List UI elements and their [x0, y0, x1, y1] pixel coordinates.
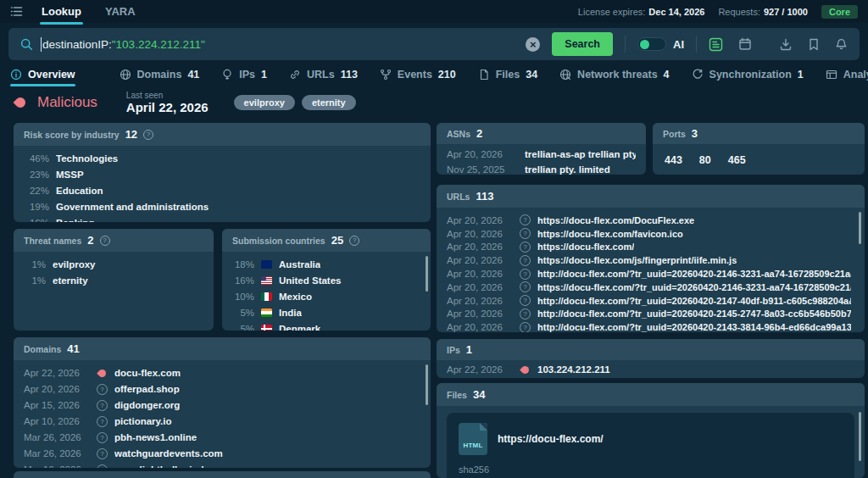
port-value[interactable]: 465	[728, 154, 746, 166]
country-row[interactable]: 16% United States	[232, 274, 420, 287]
country-flag-icon	[261, 260, 272, 269]
panel-header: ASNs 2	[437, 123, 646, 144]
query-key[interactable]: destinationIP:	[42, 38, 112, 51]
port-value[interactable]: 80	[699, 154, 711, 166]
country-row[interactable]: 5% Denmark	[232, 322, 420, 331]
globe-icon	[120, 69, 131, 81]
tab-label: URLs	[307, 69, 335, 81]
url-row[interactable]: Apr 20, 2026 https://docu-flex.com/DocuF…	[447, 214, 851, 227]
tab-analyses[interactable]: Analyses 92	[826, 65, 868, 84]
tab-files[interactable]: Files 34	[478, 65, 537, 84]
verdict-row: Malicious Last seen April 22, 2026 evilp…	[14, 88, 854, 117]
calendar-icon[interactable]	[738, 37, 752, 51]
panel-submission-countries: Submission countries 25 18% Australia 16…	[222, 229, 431, 331]
html-file-icon: HTML	[459, 423, 487, 455]
file-url[interactable]: https://docu-flex.com/	[498, 433, 604, 445]
url-row[interactable]: Apr 20, 2026 http://docu-flex.com/?tr_uu…	[447, 267, 851, 281]
tab-overview[interactable]: Overview	[10, 65, 75, 84]
threat-tag[interactable]: evilproxy	[234, 95, 295, 110]
license-label: License expires:	[578, 7, 646, 17]
help-icon[interactable]	[143, 130, 153, 140]
country-row[interactable]: 18% Australia	[232, 258, 420, 271]
help-icon[interactable]	[349, 236, 359, 246]
panel-count: 41	[67, 342, 79, 355]
last-seen-value: April 22, 2026	[126, 100, 209, 114]
plan-badge: Core	[821, 5, 858, 19]
url-row[interactable]: Apr 20, 2026 http://docu-flex.com/?tr_uu…	[447, 294, 851, 308]
ports-list: 44380465	[653, 144, 865, 175]
hash-label: sha256	[459, 464, 843, 475]
tab-ips[interactable]: IPs 1	[221, 65, 267, 84]
threat-tag[interactable]: eternity	[302, 95, 356, 110]
asn-name: trellian-as-ap trellian pty. limited	[525, 149, 636, 159]
country-row[interactable]: 10% Mexico	[232, 290, 420, 303]
url-row[interactable]: Apr 20, 2026 https://docu-flex.com/	[447, 241, 851, 254]
row-date: Apr 20, 2026	[447, 255, 513, 265]
asn-row[interactable]: Nov 25, 2025 trellian pty. limited	[447, 163, 636, 175]
risk-row[interactable]: 16% Banking	[24, 216, 420, 222]
bookmark-icon[interactable]	[808, 38, 820, 51]
ip-row[interactable]: Apr 22, 2026 103.224.212.211	[447, 363, 854, 376]
help-icon[interactable]	[100, 236, 110, 246]
url-value: http://docu-flex.com/?tr_uuid=20260420-2…	[537, 269, 851, 279]
top-tab-lookup[interactable]: Lookup	[42, 0, 81, 23]
url-row[interactable]: Apr 20, 2026 http://docu-flex.com/?tr_uu…	[447, 320, 851, 332]
bell-icon[interactable]	[835, 38, 848, 51]
tab-label: Overview	[28, 69, 75, 81]
row-status-icon	[520, 281, 531, 292]
top-bar: Lookup YARA License expires:Dec 14, 2026…	[0, 0, 868, 23]
query-value[interactable]: "103.224.212.211"	[112, 38, 205, 51]
top-tab-yara[interactable]: YARA	[105, 0, 136, 23]
ai-label: AI	[673, 38, 684, 51]
clear-search-icon[interactable]: ×	[526, 37, 540, 52]
country-row[interactable]: 5% India	[232, 306, 420, 320]
url-row[interactable]: Apr 20, 2026 https://docu-flex.com/js/fi…	[447, 253, 851, 267]
risk-row[interactable]: 46% Technologies	[24, 152, 420, 165]
tab-domains[interactable]: Domains 41	[120, 65, 200, 84]
report-icon[interactable]	[709, 37, 723, 52]
download-icon[interactable]	[779, 38, 793, 51]
ai-toggle[interactable]	[637, 37, 666, 51]
row-date: Apr 20, 2026	[24, 384, 90, 394]
panel-count: 12	[125, 128, 137, 141]
port-value[interactable]: 443	[665, 154, 682, 166]
risk-row[interactable]: 19% Government and administrations	[24, 200, 420, 214]
url-row[interactable]: Apr 20, 2026 https://docu-flex.com/?tr_u…	[447, 281, 851, 294]
domain-row[interactable]: Apr 20, 2026 offerpad.shop	[24, 382, 420, 396]
tab-synchronization[interactable]: Synchronization 1	[692, 65, 804, 84]
risk-row[interactable]: 22% Education	[24, 184, 420, 197]
threat-names-list: 1% evilproxy 1% eternity	[14, 252, 214, 293]
scrollbar[interactable]	[859, 412, 861, 461]
row-date: Apr 20, 2026	[447, 322, 513, 332]
search-bar[interactable]: destinationIP: "103.224.212.211" × Searc…	[8, 28, 860, 60]
domain-row[interactable]: Apr 22, 2026 docu-flex.com	[24, 366, 420, 380]
row-status-icon	[97, 416, 108, 427]
file-card[interactable]: HTML https://docu-flex.com/ sha256 9c026…	[447, 413, 854, 478]
scrollbar[interactable]	[426, 256, 428, 292]
threat-name-row[interactable]: 1% eternity	[24, 274, 203, 287]
menu-icon[interactable]	[10, 6, 23, 17]
asn-row[interactable]: Apr 20, 2026 trellian-as-ap trellian pty…	[447, 147, 636, 161]
threat-name-row[interactable]: 1% evilproxy	[24, 258, 203, 271]
domain-row[interactable]: Mar 26, 2026 pbh-news1.online	[24, 431, 420, 444]
domain-row[interactable]: Apr 10, 2026 pictionary.io	[24, 414, 420, 428]
panel-title: ASNs	[447, 129, 470, 139]
domain-name: digdonger.org	[114, 400, 180, 410]
scrollbar[interactable]	[859, 212, 861, 244]
url-value: https://docu-flex.com/	[537, 242, 634, 252]
url-row[interactable]: Apr 20, 2026 http://docu-flex.com/?tr_uu…	[447, 308, 851, 321]
risk-row[interactable]: 23% MSSP	[24, 168, 420, 181]
search-button[interactable]: Search	[552, 32, 613, 56]
domain-row[interactable]: Mar 19, 2026 www.lightbulbminds.com	[24, 463, 420, 468]
tab-urls[interactable]: URLs 113	[289, 65, 358, 84]
domain-row[interactable]: Apr 15, 2026 digdonger.org	[24, 398, 420, 412]
tab-network-threats[interactable]: Network threats 4	[559, 65, 669, 84]
tab-label: Domains	[137, 69, 182, 81]
domain-row[interactable]: Mar 26, 2026 watchguardevents.com	[24, 447, 420, 460]
tab-events[interactable]: Events 210	[380, 65, 456, 84]
scrollbar[interactable]	[426, 364, 428, 405]
url-row[interactable]: Apr 20, 2026 https://docu-flex.com/favic…	[447, 227, 851, 241]
url-value: https://docu-flex.com/DocuFlex.exe	[537, 215, 694, 225]
requests-counter: Requests:927 / 1000	[718, 7, 808, 17]
row-status-icon	[520, 269, 531, 280]
